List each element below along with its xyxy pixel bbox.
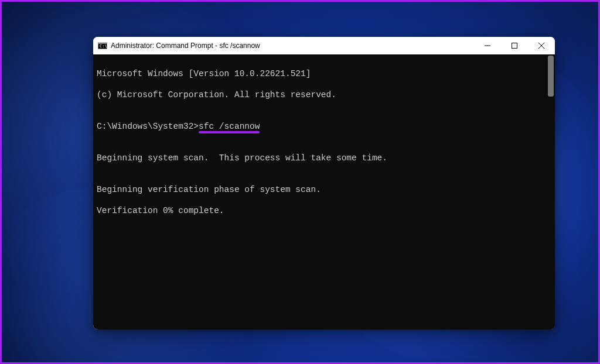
terminal-line: Microsoft Windows [Version 10.0.22621.52…: [97, 68, 543, 79]
scrollbar-thumb[interactable]: [548, 56, 554, 97]
terminal-prompt-line: C:\Windows\System32>sfc /scannow: [97, 121, 543, 132]
svg-text:C:\: C:\: [100, 44, 107, 49]
maximize-button[interactable]: [501, 37, 528, 54]
window-title: Administrator: Command Prompt - sfc /sca…: [111, 42, 474, 50]
vertical-scrollbar[interactable]: [547, 54, 555, 329]
cmd-app-icon: C:\: [98, 41, 107, 50]
terminal-line: Beginning system scan. This process will…: [97, 153, 543, 163]
prompt-command: sfc /scannow: [199, 121, 260, 132]
svg-rect-3: [512, 43, 517, 49]
terminal-output[interactable]: Microsoft Windows [Version 10.0.22621.52…: [93, 54, 547, 329]
terminal-area[interactable]: Microsoft Windows [Version 10.0.22621.52…: [93, 54, 555, 329]
close-button[interactable]: [528, 37, 555, 54]
minimize-button[interactable]: [474, 37, 501, 54]
window-titlebar[interactable]: C:\ Administrator: Command Prompt - sfc …: [93, 37, 555, 54]
prompt-path: C:\Windows\System32>: [97, 122, 199, 131]
window-controls: [474, 37, 555, 54]
terminal-line: (c) Microsoft Corporation. All rights re…: [97, 90, 543, 100]
terminal-line: Beginning verification phase of system s…: [97, 184, 543, 195]
command-prompt-window: C:\ Administrator: Command Prompt - sfc …: [93, 37, 555, 329]
terminal-line: Verification 0% complete.: [97, 205, 543, 216]
